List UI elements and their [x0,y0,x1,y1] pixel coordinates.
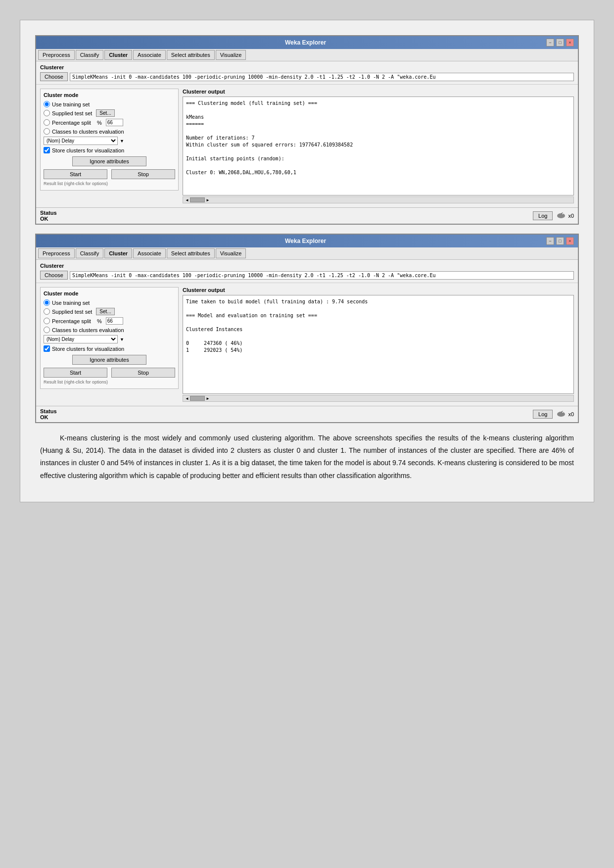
menubar-2: Preprocess Classify Cluster Associate Se… [36,247,578,260]
radio-pct-input-1[interactable] [44,119,50,126]
left-panel-2: Cluster mode Use training set Supplied t… [40,287,179,402]
clusterer-section-2: Clusterer Choose SimpleKMeans -init 0 -m… [36,260,578,283]
store-label-2: Store clusters for visualization [52,346,124,352]
hscroll-thumb-1[interactable] [190,197,205,202]
svg-point-3 [557,412,565,417]
tab-preprocess-2[interactable]: Preprocess [38,248,75,258]
hscroll-thumb-2[interactable] [190,396,205,401]
bird-icon-1 [556,211,567,220]
output-title-2: Clusterer output [183,287,574,293]
radio-use-training-label-1: Use training set [52,101,90,107]
paragraph-text: K-means clustering is the most widely an… [40,432,574,482]
store-checkbox-2[interactable] [44,345,50,352]
window-title-1: Weka Explorer [65,39,546,46]
choose-text-1: SimpleKMeans -init 0 -max-candidates 100… [70,73,574,81]
cluster-mode-title-1: Cluster mode [44,92,175,98]
status-right-2: Log x0 [533,410,574,419]
dropdown-row-2: (Nom) Delay ▼ [44,335,175,343]
log-btn-2[interactable]: Log [533,410,553,419]
output-box-1[interactable]: === Clustering model (full training set)… [183,96,574,195]
hscroll-left-2[interactable]: ◄ [184,396,190,401]
radio-supplied-2: Supplied test set Set... [44,308,175,315]
tab-select-attributes-1[interactable]: Select attributes [167,50,215,60]
pct-input-2[interactable] [106,317,123,325]
tab-preprocess-1[interactable]: Preprocess [38,50,75,60]
radio-classes-1: Classes to clusters evaluation [44,128,175,135]
hscroll-right-1[interactable]: ► [205,198,211,202]
left-panel-1: Cluster mode Use training set Supplied t… [40,89,179,203]
titlebar-2: Weka Explorer − □ × [36,235,578,247]
ignore-btn-1[interactable]: Ignore attributes [72,156,146,166]
radio-pct-label-2: Percentage split [52,318,91,324]
stop-btn-1[interactable]: Stop [111,169,175,179]
delay-select-2[interactable]: (Nom) Delay [44,335,118,343]
svg-point-0 [557,213,565,218]
choose-btn-1[interactable]: Choose [40,72,68,81]
radio-supplied-input-2[interactable] [44,308,50,315]
radio-supplied-input-1[interactable] [44,110,50,116]
menubar-1: Preprocess Classify Cluster Associate Se… [36,49,578,61]
radio-pct-input-2[interactable] [44,318,50,324]
radio-use-training-label-2: Use training set [52,300,90,306]
x0-label-2: x0 [568,411,574,417]
paragraph-content: K-means clustering is the most widely an… [40,432,574,482]
checkbox-store-2: Store clusters for visualization [44,345,175,352]
tab-classify-2[interactable]: Classify [76,248,104,258]
weka-window-2: Weka Explorer − □ × Preprocess Classify … [35,234,579,423]
maximize-btn-2[interactable]: □ [556,237,564,245]
tab-associate-2[interactable]: Associate [133,248,166,258]
pct-symbol-2: % [97,318,102,324]
close-btn-1[interactable]: × [566,39,574,47]
hscroll-2: ◄ ► [183,395,574,402]
maximize-btn-1[interactable]: □ [556,39,564,47]
hscroll-left-1[interactable]: ◄ [184,198,190,202]
radio-use-training-input-1[interactable] [44,101,50,107]
svg-point-2 [562,213,563,214]
tab-visualize-1[interactable]: Visualize [216,50,246,60]
set-btn-1[interactable]: Set... [96,109,114,117]
weka-window-1: Weka Explorer − □ × Preprocess Classify … [35,35,579,225]
cluster-mode-box-1: Cluster mode Use training set Supplied t… [40,89,179,191]
radio-pct-1: Percentage split % [44,119,175,126]
tab-classify-1[interactable]: Classify [76,50,104,60]
output-box-2[interactable]: Time taken to build model (full training… [183,295,574,394]
right-panel-2: Clusterer output Time taken to build mod… [183,287,574,402]
clusterer-section-1: Clusterer Choose SimpleKMeans -init 0 -m… [36,61,578,85]
minimize-btn-2[interactable]: − [546,237,554,245]
ignore-btn-2[interactable]: Ignore attributes [72,355,146,365]
result-hint-2: Result list (right-click for options) [44,380,175,385]
store-checkbox-1[interactable] [44,147,50,153]
tab-select-attributes-2[interactable]: Select attributes [167,248,215,258]
checkbox-store-1: Store clusters for visualization [44,147,175,153]
radio-classes-input-1[interactable] [44,128,50,135]
tab-cluster-1[interactable]: Cluster [104,50,132,60]
radio-classes-input-2[interactable] [44,327,50,333]
status-label-1: Status OK [40,210,57,222]
log-btn-1[interactable]: Log [533,211,553,220]
radio-pct-2: Percentage split % [44,317,175,325]
choose-row-2: Choose SimpleKMeans -init 0 -max-candida… [40,271,574,280]
stop-btn-2[interactable]: Stop [111,368,175,378]
start-btn-1[interactable]: Start [44,169,107,179]
hscroll-right-2[interactable]: ► [205,396,211,401]
radio-supplied-label-1: Supplied test set [52,110,92,116]
main-content-1: Cluster mode Use training set Supplied t… [36,85,578,207]
status-value-1: OK [40,216,48,222]
tab-cluster-2[interactable]: Cluster [104,248,132,258]
cluster-mode-title-2: Cluster mode [44,290,175,296]
pct-input-1[interactable] [106,119,123,126]
titlebar-1: Weka Explorer − □ × [36,36,578,49]
choose-btn-2[interactable]: Choose [40,271,68,280]
minimize-btn-1[interactable]: − [546,39,554,47]
close-btn-2[interactable]: × [566,237,574,245]
tab-associate-1[interactable]: Associate [133,50,166,60]
pct-symbol-1: % [97,120,102,126]
dropdown-arrow-2: ▼ [120,337,124,342]
set-btn-2[interactable]: Set... [96,308,114,315]
radio-use-training-input-2[interactable] [44,299,50,306]
page-container: Weka Explorer − □ × Preprocess Classify … [20,20,594,502]
start-btn-2[interactable]: Start [44,368,107,378]
bird-icon-2 [556,410,567,419]
tab-visualize-2[interactable]: Visualize [216,248,246,258]
delay-select-1[interactable]: (Nom) Delay [44,137,118,145]
